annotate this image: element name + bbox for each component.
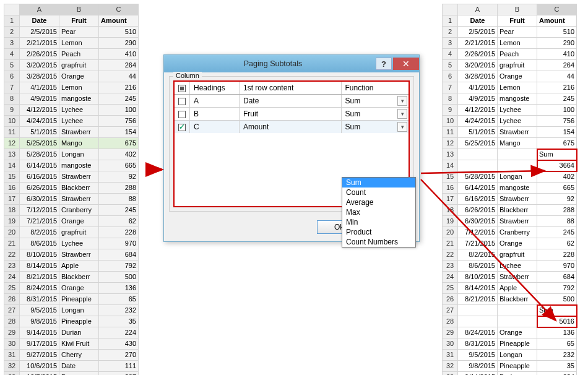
cell-fruit[interactable]: Strawberr: [498, 216, 537, 227]
cell-amount[interactable]: 245: [99, 205, 139, 216]
cell-fruit[interactable]: Pineapple: [59, 316, 99, 327]
row-header[interactable]: 4: [443, 49, 458, 60]
row-header[interactable]: 9: [443, 105, 458, 116]
cell-amount[interactable]: 228: [537, 249, 577, 261]
cell-amount[interactable]: 232: [99, 305, 139, 316]
cell-amount[interactable]: 216: [537, 82, 577, 93]
row-header[interactable]: 20: [443, 227, 458, 238]
row-header[interactable]: 8: [443, 93, 458, 105]
cell-fruit[interactable]: Orange: [59, 283, 99, 294]
cell-date[interactable]: 4/9/2015: [458, 93, 498, 105]
cell-date[interactable]: 4/24/2015: [20, 116, 59, 127]
cell-fruit[interactable]: mangoste: [498, 183, 537, 194]
cell-date[interactable]: 9/27/2015: [20, 350, 59, 361]
cell-date[interactable]: 9/5/2015: [20, 305, 59, 316]
cell-fruit[interactable]: Lychee: [498, 105, 537, 116]
cell-fruit[interactable]: Mango: [59, 138, 99, 149]
row-header[interactable]: 7: [4, 82, 20, 93]
cell-date[interactable]: 4/9/2015: [20, 93, 59, 105]
cell-date[interactable]: 9/17/2015: [20, 338, 59, 350]
cell-amount[interactable]: 402: [99, 149, 139, 160]
cell-amount[interactable]: Sum: [537, 305, 577, 316]
row-header[interactable]: 29: [443, 327, 458, 338]
cell-amount[interactable]: 410: [537, 49, 577, 60]
cell-fruit[interactable]: Lemon: [59, 38, 99, 49]
row-header[interactable]: 22: [443, 249, 458, 261]
row-checkbox[interactable]: [174, 95, 190, 108]
cell-date[interactable]: 8/10/2015: [458, 272, 498, 283]
chevron-down-icon[interactable]: ▾: [397, 109, 407, 119]
cell-fruit[interactable]: Strawberr: [498, 127, 537, 138]
cell-amount[interactable]: 684: [537, 272, 577, 283]
cell-date[interactable]: 6/30/2015: [458, 216, 498, 227]
cell-amount[interactable]: 65: [99, 294, 139, 305]
close-button[interactable]: ✕: [393, 58, 419, 70]
chevron-down-icon[interactable]: ▾: [397, 122, 407, 132]
cell-date[interactable]: 5/1/2015: [20, 127, 59, 138]
cell-amount[interactable]: 35: [99, 316, 139, 327]
cell-date[interactable]: 8/6/2015: [20, 238, 59, 249]
cell-amount[interactable]: 290: [99, 38, 139, 49]
cell-amount[interactable]: 245: [537, 93, 577, 105]
cell-fruit[interactable]: Lychee: [59, 116, 99, 127]
cell-amount[interactable]: 410: [99, 49, 139, 60]
row-header[interactable]: 24: [443, 272, 458, 283]
cell-amount[interactable]: 136: [99, 283, 139, 294]
row-header[interactable]: 13: [4, 149, 20, 160]
row-header[interactable]: 26: [4, 294, 20, 305]
cell-fruit[interactable]: Orange: [498, 71, 537, 82]
cell-amount[interactable]: 288: [99, 183, 139, 194]
cell-date[interactable]: 6/16/2015: [20, 171, 59, 183]
cell-fruit[interactable]: Pear: [498, 27, 537, 38]
row-content[interactable]: Fruit: [240, 108, 342, 121]
cell-fruit[interactable]: Peach: [59, 49, 99, 60]
cell-fruit[interactable]: mangoste: [59, 160, 99, 171]
cell-date[interactable]: 10/6/2015: [20, 361, 59, 372]
cell-date[interactable]: 3/20/2015: [20, 60, 59, 71]
cell-amount[interactable]: 62: [537, 238, 577, 249]
cell-fruit[interactable]: Pineapple: [498, 361, 537, 372]
cell-fruit[interactable]: Strawberr: [59, 194, 99, 205]
cell-fruit[interactable]: Blackberr: [59, 272, 99, 283]
row-header[interactable]: 33: [443, 372, 458, 376]
cell-fruit[interactable]: Lychee: [59, 238, 99, 249]
cell-fruit[interactable]: Strawberr: [498, 194, 537, 205]
cell-amount[interactable]: 792: [99, 261, 139, 272]
cell-fruit[interactable]: Lychee: [498, 116, 537, 127]
row-header[interactable]: 29: [4, 327, 20, 338]
cell-date[interactable]: 5/28/2015: [458, 171, 498, 183]
cell-amount[interactable]: 792: [537, 283, 577, 294]
row-header[interactable]: 13: [443, 149, 458, 160]
cell-date[interactable]: 6/26/2015: [458, 205, 498, 216]
cell-fruit[interactable]: Durian: [498, 372, 537, 376]
dropdown-option[interactable]: Count: [342, 188, 415, 197]
cell-date[interactable]: [458, 316, 498, 327]
cell-amount[interactable]: 245: [537, 227, 577, 238]
col-header-B[interactable]: B: [59, 4, 99, 15]
row-header[interactable]: 5: [443, 60, 458, 71]
dropdown-option[interactable]: Max: [342, 207, 415, 217]
row-header[interactable]: 3: [443, 38, 458, 49]
row-header[interactable]: 3: [4, 38, 20, 49]
row-header[interactable]: 28: [443, 316, 458, 327]
row-header[interactable]: 31: [443, 350, 458, 361]
row-header[interactable]: 17: [4, 194, 20, 205]
cell-amount[interactable]: 224: [99, 327, 139, 338]
row-function[interactable]: Sum▾: [341, 108, 409, 121]
row-header[interactable]: 9: [4, 105, 20, 116]
cell-date[interactable]: 2/21/2015: [20, 38, 59, 49]
row-heading[interactable]: B: [190, 108, 240, 121]
cell-date[interactable]: [458, 305, 498, 316]
row-header[interactable]: 8: [4, 93, 20, 105]
cell-amount[interactable]: 232: [537, 350, 577, 361]
cell-fruit[interactable]: Longan: [59, 305, 99, 316]
cell-amount[interactable]: 100: [99, 105, 139, 116]
row-header[interactable]: 14: [443, 160, 458, 171]
cell-date[interactable]: 8/14/2015: [458, 283, 498, 294]
cell-date[interactable]: 8/24/2015: [20, 283, 59, 294]
cell-amount[interactable]: 92: [99, 171, 139, 183]
cell-fruit[interactable]: Pear: [59, 27, 99, 38]
cell-amount[interactable]: 92: [537, 194, 577, 205]
cell-date[interactable]: 10/7/2015: [20, 372, 59, 376]
cell-fruit[interactable]: Peach: [498, 49, 537, 60]
